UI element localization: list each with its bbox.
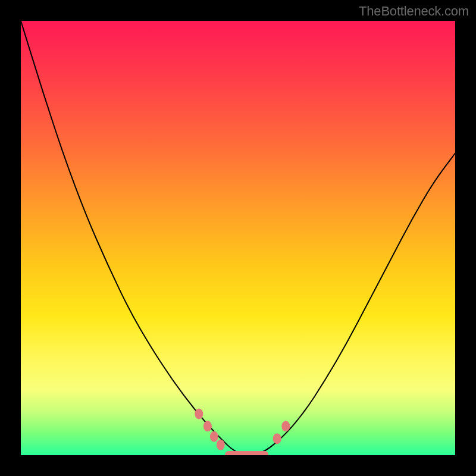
curve-marker [203,421,212,431]
plot-area [21,21,455,455]
curve-marker [273,433,281,444]
chart-frame: TheBottleneck.com [0,0,476,476]
chart-svg [21,21,455,455]
bottleneck-curve [21,21,455,455]
marker-group [195,409,290,450]
curve-marker [210,431,218,442]
watermark-text: TheBottleneck.com [359,4,469,19]
curve-marker [195,409,203,419]
flat-bottom-segment [225,451,268,455]
curve-marker [281,421,290,431]
curve-marker [217,440,225,450]
